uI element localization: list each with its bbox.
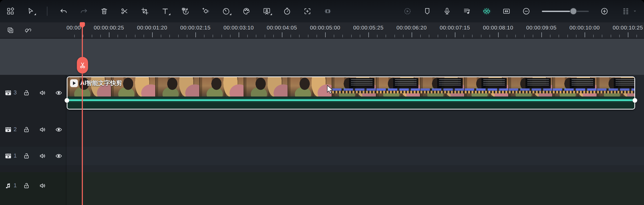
color-palette-icon[interactable] — [242, 7, 251, 15]
ruler-label: 00:00:10:25 — [613, 25, 643, 31]
lock-icon[interactable] — [23, 126, 30, 133]
ruler-scale[interactable]: 00:00:00:0000:00:00:2500:00:01:2000:00:0… — [66, 22, 644, 38]
visibility-eye-icon[interactable] — [55, 126, 62, 133]
ruler-label: 00:00:07:15 — [440, 25, 470, 31]
add-track-icon[interactable] — [6, 26, 15, 34]
zoom-out-icon[interactable] — [522, 7, 530, 15]
track-header-video-3: 3 — [0, 86, 66, 100]
multi-trim-icon[interactable] — [324, 7, 332, 15]
ruler-tick — [611, 35, 611, 37]
playhead-scissors-badge[interactable] — [77, 57, 88, 74]
clip-trim-handle-left[interactable] — [65, 98, 69, 103]
ruler-tick — [92, 35, 92, 37]
ruler-row: 00:00:00:0000:00:00:2500:00:01:2000:00:0… — [0, 22, 644, 39]
video-track-icon — [5, 126, 12, 133]
ruler-tick — [559, 35, 559, 37]
split-scissors-icon[interactable] — [120, 7, 129, 15]
playhead-line[interactable] — [82, 22, 83, 205]
select-tool-icon[interactable] — [27, 7, 35, 15]
clip-thumbnail — [465, 77, 509, 97]
ruler-tick — [239, 32, 239, 37]
undo-icon[interactable] — [59, 7, 68, 15]
chroma-key-icon[interactable] — [263, 7, 271, 15]
ruler-tick — [195, 32, 196, 37]
render-preview-icon[interactable] — [403, 7, 412, 15]
timeline-toolbar — [0, 0, 644, 22]
dropdown-triangle-icon — [169, 13, 170, 15]
voiceover-mic-icon[interactable] — [443, 7, 451, 15]
link-toggle-icon[interactable] — [24, 26, 32, 34]
volume-icon[interactable] — [39, 153, 46, 160]
track-manager-icon[interactable] — [622, 7, 630, 15]
zoom-slider-handle[interactable] — [570, 8, 577, 15]
thumbnail-timeline-strip — [597, 88, 634, 93]
ruler-label: 00:00:06:20 — [397, 25, 427, 31]
ruler-tick — [351, 35, 352, 37]
thumbnail-ui-panel — [481, 78, 507, 88]
keyframe-icon[interactable] — [202, 7, 210, 15]
clip-trim-handle-right[interactable] — [633, 98, 637, 103]
volume-icon[interactable] — [39, 126, 46, 133]
thumbnail-ui-panel — [525, 78, 551, 88]
marker-icon[interactable] — [423, 7, 431, 15]
ruler-tick — [109, 32, 109, 37]
ruler-tick — [602, 35, 602, 37]
ruler-tick — [472, 35, 473, 37]
ruler-tick — [446, 35, 447, 37]
visibility-eye-icon[interactable] — [55, 89, 62, 97]
track-number: 3 — [14, 89, 17, 96]
speech-to-text-icon[interactable] — [181, 7, 190, 15]
clip-thumbnail — [156, 77, 200, 97]
volume-icon[interactable] — [39, 182, 46, 189]
focus-add-icon[interactable] — [303, 7, 312, 15]
redo-icon[interactable] — [80, 7, 88, 15]
video-editor-timeline: 00:00:00:0000:00:00:2500:00:01:2000:00:0… — [0, 0, 644, 205]
ruler-tick — [83, 35, 83, 37]
thumbnail-timeline-strip — [465, 88, 508, 93]
timer-icon[interactable] — [283, 7, 291, 15]
ruler-tick — [187, 35, 187, 37]
clip-thumbnail — [597, 77, 634, 97]
crop-icon[interactable] — [141, 7, 149, 15]
delete-icon[interactable] — [100, 7, 108, 15]
visibility-eye-icon[interactable] — [55, 153, 62, 160]
text-tool-icon[interactable] — [161, 7, 169, 15]
volume-icon[interactable] — [39, 89, 46, 97]
clip-thumbnail — [509, 77, 553, 97]
clip-thumbnail — [332, 77, 376, 97]
ruler-tick — [256, 35, 256, 37]
thumbnail-ui-panel — [393, 78, 418, 88]
ruler-label: 00:00:04:05 — [267, 25, 297, 31]
clip-thumbnail — [376, 77, 420, 97]
zoom-in-icon[interactable] — [600, 7, 609, 15]
ruler-tick — [619, 35, 620, 37]
fit-timeline-icon[interactable] — [502, 7, 511, 15]
dropdown-triangle-icon — [270, 13, 272, 15]
timeline-zoom-slider[interactable] — [542, 7, 589, 15]
ruler-tick — [420, 35, 421, 37]
ruler-tick — [628, 32, 628, 37]
clip-title-text: AI智能文字快剪 — [80, 79, 122, 87]
lock-icon[interactable] — [23, 89, 30, 97]
audio-music-icon[interactable] — [463, 7, 471, 15]
video-clip[interactable]: AI智能文字快剪 — [67, 76, 635, 110]
ruler-tick — [169, 35, 170, 37]
smart-split-icon[interactable] — [482, 7, 491, 15]
ruler-tick — [368, 32, 369, 37]
thumbnail-timeline-strip — [420, 88, 464, 93]
zoom-slider-fill — [542, 11, 573, 12]
speed-icon[interactable] — [222, 7, 230, 15]
track-lane-video-1[interactable] — [0, 147, 644, 165]
ruler-tick — [204, 35, 205, 37]
ruler-tick — [541, 32, 542, 37]
lock-icon[interactable] — [23, 182, 30, 189]
lock-icon[interactable] — [23, 153, 30, 160]
media-layout-icon[interactable] — [6, 7, 15, 15]
track-manager-caret-icon[interactable] — [633, 7, 637, 15]
clip-thumbnail — [420, 77, 465, 97]
clip-thumbnail — [288, 77, 332, 97]
ruler-label: 00:00:01:20 — [137, 25, 167, 31]
ruler-tick — [325, 32, 326, 37]
track-lane-audio-1[interactable] — [0, 172, 644, 205]
ruler-tick — [576, 35, 577, 37]
